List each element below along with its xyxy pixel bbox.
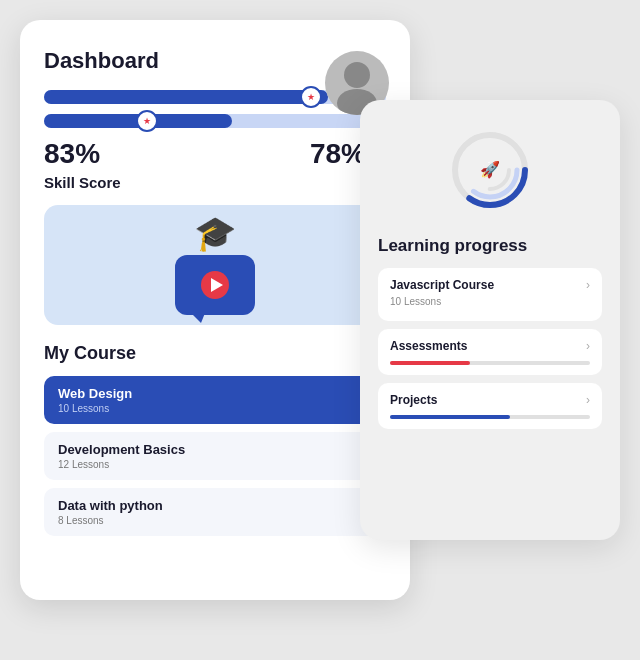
course-name-data-python: Data with python	[58, 498, 163, 513]
lp-item-top-assessments: Assessments ›	[390, 339, 590, 353]
grad-hat-icon: 🎓	[194, 213, 236, 253]
course-lessons-web-design: 10 Lessons	[58, 403, 132, 414]
lp-bar-fill-assessments	[390, 361, 470, 365]
lp-chevron-assessments: ›	[586, 339, 590, 353]
course-item-web-design[interactable]: Web Design 10 Lessons ›	[44, 376, 386, 424]
play-button[interactable]	[201, 271, 229, 299]
lp-item-projects[interactable]: Projects ›	[378, 383, 602, 429]
score-left: 83%	[44, 138, 100, 169]
course-text-data-python: Data with python 8 Lessons	[58, 498, 163, 526]
progress-star-2: ★	[136, 110, 158, 132]
course-item-data-python[interactable]: Data with python 8 Lessons ›	[44, 488, 386, 536]
lp-item-top-javascript: Javascript Course ›	[390, 278, 590, 292]
main-card: Dashboard ★ ★	[20, 20, 410, 600]
skill-score-label: Skill Score	[44, 174, 386, 191]
scene: Dashboard ★ ★	[20, 20, 620, 640]
lp-bar-assessments	[390, 361, 590, 365]
course-item-dev-basics[interactable]: Development Basics 12 Lessons ›	[44, 432, 386, 480]
lp-bar-projects	[390, 415, 590, 419]
lp-chevron-projects: ›	[586, 393, 590, 407]
course-lessons-data-python: 8 Lessons	[58, 515, 163, 526]
lp-bar-fill-projects	[390, 415, 510, 419]
lp-name-javascript: Javascript Course	[390, 278, 494, 292]
video-bubble	[175, 255, 255, 315]
circular-progress-svg: 🚀	[445, 125, 535, 215]
svg-point-0	[344, 62, 370, 88]
course-name-web-design: Web Design	[58, 386, 132, 401]
lp-name-projects: Projects	[390, 393, 437, 407]
lp-lessons-javascript: 10 Lessons	[390, 296, 590, 307]
circular-progress-area: 🚀	[378, 120, 602, 220]
course-text-web-design: Web Design 10 Lessons	[58, 386, 132, 414]
play-icon	[211, 278, 223, 292]
lp-item-top-projects: Projects ›	[390, 393, 590, 407]
score-right: 78%	[310, 138, 366, 169]
learning-progress-title: Learning progress	[378, 236, 602, 256]
progress-star-1: ★	[300, 86, 322, 108]
right-card: 🚀 Learning progress Javascript Course › …	[360, 100, 620, 540]
course-banner: 🎓	[44, 205, 386, 325]
lp-name-assessments: Assessments	[390, 339, 467, 353]
lp-item-assessments[interactable]: Assessments ›	[378, 329, 602, 375]
course-text-dev-basics: Development Basics 12 Lessons	[58, 442, 185, 470]
my-course-title: My Course	[44, 343, 386, 364]
lp-chevron-javascript: ›	[586, 278, 590, 292]
course-lessons-dev-basics: 12 Lessons	[58, 459, 185, 470]
svg-text:🚀: 🚀	[480, 160, 500, 179]
lp-item-javascript[interactable]: Javascript Course › 10 Lessons	[378, 268, 602, 321]
progress-fill-1	[44, 90, 328, 104]
course-name-dev-basics: Development Basics	[58, 442, 185, 457]
